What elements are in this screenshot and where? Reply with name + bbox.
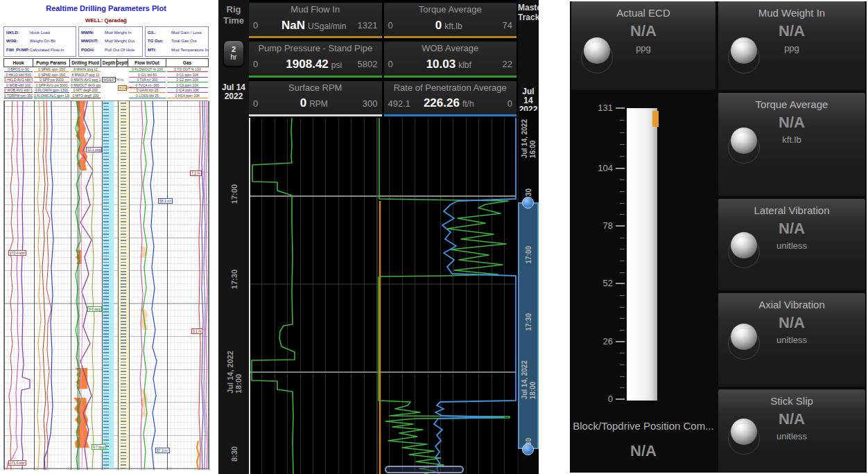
- gauge-tile-wob-average[interactable]: WOB Average010.03klbf22: [384, 42, 517, 77]
- card-torque-average[interactable]: Torque AverageN/Akft.lb: [718, 93, 865, 196]
- gauge-marker: [652, 111, 659, 127]
- gauge-title: Rate of Penetration Average: [384, 81, 517, 93]
- gauge-unit: USgal/min: [308, 21, 346, 31]
- gauge-value: 1908.42psi: [272, 58, 356, 71]
- legend-abbr: MTI:: [148, 48, 171, 53]
- gauge-max: 5802: [356, 59, 382, 69]
- curve-legend-entry: 0 G/L bbl 50: [129, 73, 166, 78]
- realtime-parameters-plot-panel: Realtime Drilling Parameters Plot WELL: …: [3, 3, 209, 471]
- status-lamp-icon: [731, 232, 757, 258]
- legend-abbr: MWOUT:: [81, 39, 105, 44]
- curve-legend-entry: 0 C1 ppm 10K: [167, 73, 208, 78]
- legend-box: G/L:Mud Gain / LossTG Out:Total Gas OutM…: [145, 26, 209, 57]
- gauge-header-grid: Mud Flow In0NaNUSgal/min1321Torque Avera…: [249, 0, 517, 118]
- gauge-bar: [627, 108, 657, 401]
- rotated-time-label: 17:00: [224, 161, 245, 227]
- gauge-tile-pump-pressure-stand-pipe[interactable]: Pump Pressure - Stand Pipe01908.42psi580…: [249, 42, 382, 77]
- gauge-scale-bar: [384, 114, 517, 116]
- block-position-gauge: 1311047852260Block/Topdrive Position Com…: [571, 94, 715, 473]
- interval-2hr-button[interactable]: 2 hr: [223, 40, 244, 67]
- gauge-max: 74: [490, 20, 517, 30]
- legend-desc: Weight On Bit: [30, 39, 55, 44]
- card-mud-weight-in[interactable]: Mud Weight InN/Appg: [718, 1, 865, 90]
- gauge-value: 226.26ft/h: [408, 96, 491, 110]
- legend-row: WOB:Weight On Bit: [6, 39, 73, 44]
- gauge-tick-label: 0: [577, 394, 613, 404]
- track-header-depth: Depth: [117, 58, 128, 67]
- card-title: Stick Slip: [718, 395, 865, 407]
- status-lamp-icon: [731, 128, 757, 154]
- gauge-min: 0: [384, 59, 408, 69]
- selection-bottom-handle[interactable]: [522, 444, 534, 455]
- legend-row: G/L:Mud Gain / Loss: [148, 30, 206, 35]
- track-header-flow-in-out: Flow In/Out: [128, 58, 166, 67]
- card-title: Actual ECD: [571, 7, 715, 19]
- gauge-tick-label: 26: [577, 336, 613, 346]
- gauge-minor-tick: [620, 203, 625, 204]
- selection-top-handle[interactable]: [522, 197, 534, 209]
- curve-legend-entry: 0 SPP psi 5000: [34, 78, 69, 82]
- status-lamp-icon: [731, 324, 757, 350]
- gauge-min: 0: [384, 20, 408, 30]
- status-cards-panel: Actual ECDN/AppgMud Weight InN/AppgTorqu…: [570, 1, 867, 473]
- gauge-major-tick: [616, 398, 625, 400]
- gauge-tile-mud-flow-in[interactable]: Mud Flow In0NaNUSgal/min1321: [249, 3, 382, 38]
- gauge-minor-tick: [620, 330, 625, 331]
- legend-row: TG Out:Total Gas Out: [148, 39, 206, 44]
- gauge-major-tick: [616, 225, 625, 227]
- gauge-major-tick: [616, 168, 625, 169]
- curve-legend-entry: 0 WOB AVG klbf 100: [4, 88, 33, 93]
- curve-legend-entry: 0 SPP AVG psi 5000: [34, 83, 69, 88]
- curve: [379, 118, 510, 474]
- curve: [9, 101, 13, 470]
- gauge-min: 0: [249, 98, 272, 109]
- gauge-minor-tick: [620, 353, 625, 353]
- card-actual-ecd[interactable]: Actual ECDN/Appg: [571, 1, 715, 90]
- curve: [92, 101, 94, 470]
- card-lateral-vibration[interactable]: Lateral VibrationN/Aunitless: [718, 199, 865, 290]
- gauge-minor-tick: [620, 191, 625, 192]
- gauge-title: WOB Average: [384, 42, 517, 53]
- legend-box: HKLD:Hook LoadWOB:Weight On BitFWI_PUMP:…: [3, 26, 76, 57]
- gauge-minor-tick: [620, 318, 625, 319]
- gauge-scale-bar: [384, 76, 517, 78]
- gauge-minor-tick: [620, 156, 625, 157]
- legend-abbr: TG Out:: [148, 39, 171, 44]
- gauge-value-row: 010.03klbf22: [384, 53, 517, 75]
- gauge-tile-rate-of-penetration-average[interactable]: Rate of Penetration Average492.1226.26ft…: [384, 81, 517, 116]
- status-lamp-icon: [731, 419, 757, 445]
- legend-row: MWOUT:Mud Weight Out: [81, 39, 140, 44]
- curve-legend-entry: 0 FLOWCALC gpm 1300: [34, 94, 69, 98]
- legend-abbr: MWIN:: [81, 30, 105, 35]
- gauge-value-row: 492.1226.26ft/h0: [384, 93, 517, 114]
- gauge-value: N/A: [571, 442, 715, 460]
- gauge-title: Mud Flow In: [249, 3, 382, 15]
- legend-desc: Mud Gain / Loss: [171, 30, 202, 35]
- curve-value-tag: 57.3 m³: [155, 448, 170, 453]
- curve: [206, 101, 207, 470]
- rig-time-label: Rig Time: [218, 4, 249, 26]
- strip-chart-svg: [249, 118, 517, 474]
- gauge-unit: klbf: [458, 60, 471, 70]
- curve-legend-entry: 0 MWIN AVG ppg 16: [71, 78, 101, 82]
- gauge-major-tick: [616, 283, 625, 284]
- legend-row: FWI_PUMP:Calculated Flow-in: [6, 48, 73, 53]
- curve-legend-entry: 0 TVA m³ 300: [129, 78, 166, 82]
- gauge-minor-tick: [620, 120, 625, 121]
- gauge-tile-torque-average[interactable]: Torque Average00kft.lb74: [384, 3, 517, 38]
- legend-desc: Mud Weight In: [105, 30, 132, 35]
- gauge-max: 1321: [356, 20, 382, 30]
- curve-value-tag: 9.6 ppg: [87, 306, 102, 312]
- gauge-unit: RPM: [309, 99, 328, 109]
- card-title: Lateral Vibration: [718, 204, 865, 216]
- card-stick-slip[interactable]: Stick SlipN/Aunitless: [718, 389, 865, 473]
- gauge-max: 22: [490, 59, 517, 69]
- gauge-tile-surface-rpm[interactable]: Surface RPM00RPM300: [249, 81, 382, 116]
- legend-row: MWIN:Mud Weight In: [81, 30, 140, 35]
- horizontal-scroll-pill[interactable]: [385, 466, 464, 473]
- gauge-minor-tick: [620, 387, 625, 388]
- curve: [37, 101, 41, 470]
- card-axial-vibration[interactable]: Axial VibrationN/Aunitless: [718, 293, 865, 387]
- gauge-min: 492.1: [384, 98, 408, 109]
- rotated-time-label: 17:30: [519, 289, 539, 356]
